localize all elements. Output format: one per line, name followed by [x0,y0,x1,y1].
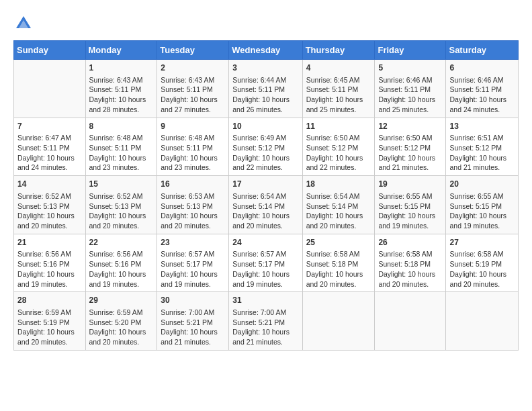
daylight-text: Daylight: 10 hours and 20 minutes. [17,212,75,230]
sunrise-text: Sunrise: 6:43 AM [161,76,214,84]
calendar-cell: 4Sunrise: 6:45 AMSunset: 5:11 PMDaylight… [302,60,375,118]
calendar-cell: 31Sunrise: 7:00 AMSunset: 5:21 PMDayligh… [229,292,302,351]
sunrise-text: Sunrise: 6:48 AM [89,134,143,142]
day-number: 22 [89,237,154,248]
sunrise-text: Sunrise: 6:48 AM [161,134,214,142]
daylight-text: Daylight: 10 hours and 22 minutes. [232,154,290,172]
day-number: 9 [161,121,225,132]
logo-icon [13,13,34,34]
day-number: 24 [232,237,298,248]
day-number: 11 [306,121,371,132]
daylight-text: Daylight: 10 hours and 20 minutes. [89,212,146,230]
daylight-text: Daylight: 10 hours and 20 minutes. [306,270,363,288]
sunrise-text: Sunrise: 6:54 AM [232,192,286,200]
daylight-text: Daylight: 10 hours and 21 minutes. [161,328,218,346]
daylight-text: Daylight: 10 hours and 24 minutes. [17,154,75,172]
calendar-cell [14,60,86,118]
sunset-text: Sunset: 5:11 PM [17,144,70,152]
sunset-text: Sunset: 5:12 PM [449,144,502,152]
sunrise-text: Sunrise: 6:53 AM [161,192,214,200]
daylight-text: Daylight: 10 hours and 20 minutes. [232,212,290,230]
day-number: 5 [378,62,442,74]
day-number: 25 [306,237,371,248]
calendar-week-2: 7Sunrise: 6:47 AMSunset: 5:11 PMDaylight… [14,118,519,176]
day-number: 2 [161,62,225,74]
calendar-cell: 19Sunrise: 6:55 AMSunset: 5:15 PMDayligh… [375,176,446,234]
sunset-text: Sunset: 5:11 PM [449,85,502,93]
daylight-text: Daylight: 10 hours and 24 minutes. [449,95,506,113]
calendar-week-4: 21Sunrise: 6:56 AMSunset: 5:16 PMDayligh… [14,234,519,292]
header-saturday: Saturday [446,41,519,60]
day-number: 15 [89,179,154,190]
sunset-text: Sunset: 5:19 PM [17,318,70,326]
day-number: 1 [89,62,154,74]
daylight-text: Daylight: 10 hours and 19 minutes. [89,270,146,288]
sunrise-text: Sunrise: 6:50 AM [378,134,432,142]
calendar-cell: 28Sunrise: 6:59 AMSunset: 5:19 PMDayligh… [14,292,86,351]
calendar-cell: 2Sunrise: 6:43 AMSunset: 5:11 PMDaylight… [157,60,229,118]
calendar-cell: 1Sunrise: 6:43 AMSunset: 5:11 PMDaylight… [85,60,157,118]
daylight-text: Daylight: 10 hours and 19 minutes. [161,270,218,288]
header-friday: Friday [375,41,446,60]
day-number: 28 [17,295,82,306]
calendar-cell [302,292,375,351]
calendar-table: SundayMondayTuesdayWednesdayThursdayFrid… [13,40,519,351]
sunrise-text: Sunrise: 6:51 AM [449,134,503,142]
daylight-text: Daylight: 10 hours and 20 minutes. [306,212,363,230]
sunrise-text: Sunrise: 6:56 AM [89,250,143,258]
day-number: 10 [232,121,298,132]
sunrise-text: Sunrise: 6:55 AM [378,192,432,200]
sunrise-text: Sunrise: 7:00 AM [232,308,286,316]
sunrise-text: Sunrise: 7:00 AM [161,308,214,316]
day-number: 3 [232,62,298,74]
sunset-text: Sunset: 5:12 PM [232,144,285,152]
day-number: 17 [232,179,298,190]
calendar-cell: 17Sunrise: 6:54 AMSunset: 5:14 PMDayligh… [229,176,302,234]
sunrise-text: Sunrise: 6:45 AM [306,76,360,84]
sunset-text: Sunset: 5:11 PM [161,85,213,93]
calendar-cell [446,292,519,351]
calendar-cell: 30Sunrise: 7:00 AMSunset: 5:21 PMDayligh… [157,292,229,351]
daylight-text: Daylight: 10 hours and 21 minutes. [449,154,506,172]
calendar-cell: 5Sunrise: 6:46 AMSunset: 5:11 PMDaylight… [375,60,446,118]
day-number: 6 [449,62,515,74]
sunrise-text: Sunrise: 6:49 AM [232,134,286,142]
daylight-text: Daylight: 10 hours and 19 minutes. [378,212,435,230]
calendar-cell: 8Sunrise: 6:48 AMSunset: 5:11 PMDaylight… [85,118,157,176]
daylight-text: Daylight: 10 hours and 19 minutes. [17,270,75,288]
sunset-text: Sunset: 5:16 PM [17,260,70,268]
day-number: 23 [161,237,225,248]
sunrise-text: Sunrise: 6:50 AM [306,134,360,142]
sunset-text: Sunset: 5:21 PM [161,318,213,326]
sunset-text: Sunset: 5:12 PM [378,144,431,152]
sunrise-text: Sunrise: 6:57 AM [161,250,214,258]
calendar-cell: 6Sunrise: 6:46 AMSunset: 5:11 PMDaylight… [446,60,519,118]
day-number: 29 [89,295,154,306]
header-monday: Monday [85,41,157,60]
sunset-text: Sunset: 5:11 PM [378,85,431,93]
sunrise-text: Sunrise: 6:46 AM [449,76,503,84]
sunrise-text: Sunrise: 6:57 AM [232,250,286,258]
daylight-text: Daylight: 10 hours and 20 minutes. [161,212,218,230]
day-number: 8 [89,121,154,132]
sunset-text: Sunset: 5:19 PM [449,260,502,268]
sunset-text: Sunset: 5:11 PM [232,85,285,93]
sunset-text: Sunset: 5:15 PM [449,202,502,210]
daylight-text: Daylight: 10 hours and 21 minutes. [232,328,290,346]
daylight-text: Daylight: 10 hours and 27 minutes. [161,95,218,113]
day-number: 7 [17,121,82,132]
day-number: 14 [17,179,82,190]
day-number: 18 [306,179,371,190]
calendar-cell: 10Sunrise: 6:49 AMSunset: 5:12 PMDayligh… [229,118,302,176]
sunset-text: Sunset: 5:18 PM [378,260,431,268]
daylight-text: Daylight: 10 hours and 19 minutes. [449,212,506,230]
sunset-text: Sunset: 5:14 PM [306,202,359,210]
calendar-cell: 23Sunrise: 6:57 AMSunset: 5:17 PMDayligh… [157,234,229,292]
day-number: 31 [232,295,298,306]
calendar-cell: 27Sunrise: 6:58 AMSunset: 5:19 PMDayligh… [446,234,519,292]
calendar-week-3: 14Sunrise: 6:52 AMSunset: 5:13 PMDayligh… [14,176,519,234]
daylight-text: Daylight: 10 hours and 20 minutes. [378,270,435,288]
calendar-cell: 9Sunrise: 6:48 AMSunset: 5:11 PMDaylight… [157,118,229,176]
page-header [13,13,519,34]
calendar-cell: 15Sunrise: 6:52 AMSunset: 5:13 PMDayligh… [85,176,157,234]
